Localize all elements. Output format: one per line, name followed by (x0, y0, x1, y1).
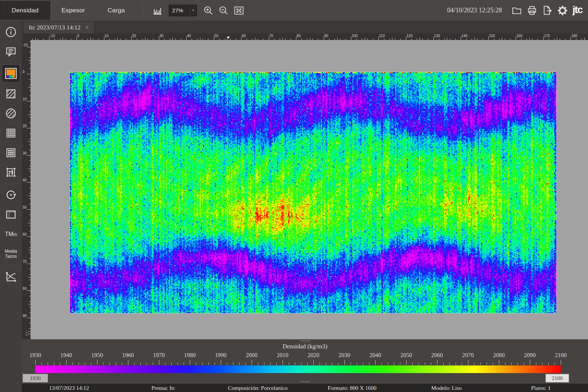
export-file-icon (541, 5, 553, 16)
grid-button[interactable] (0, 124, 22, 142)
printer-icon (526, 5, 538, 16)
tab-espesor[interactable]: Espesor (50, 1, 96, 20)
zoom-in-button[interactable] (201, 3, 216, 18)
hatched-square-icon (5, 88, 17, 100)
tab-carga-label: Carga (108, 7, 125, 14)
close-icon[interactable]: ✕ (85, 25, 89, 31)
zoom-in-icon (203, 5, 214, 16)
comments-button[interactable] (0, 43, 22, 61)
splitter-grip-top[interactable] (300, 340, 310, 341)
legend-panel: Densidad (kg/m3) 19301940195019601970198… (22, 339, 588, 384)
info-button[interactable] (0, 23, 22, 41)
density-map-icon (5, 68, 17, 79)
scale-min-input[interactable]: 1930 (23, 374, 48, 383)
legend-title: Densidad (kg/m3) (22, 343, 588, 350)
status-composicion: Composición: Porcelanico (211, 385, 305, 391)
settings-button[interactable] (555, 3, 570, 18)
sidebar-divider (3, 265, 19, 265)
fit-view-button[interactable] (231, 3, 247, 18)
main-toolbar: Densidad Espesor Carga 27% ▼ (0, 0, 588, 21)
tmm-label: TMm (5, 231, 17, 237)
curves-chart-icon (5, 271, 17, 282)
tab-densidad-label: Densidad (12, 7, 39, 14)
status-modelo: Modelo: Liso (399, 385, 494, 391)
info-icon (5, 26, 17, 38)
grid-cells-button[interactable] (0, 144, 22, 162)
histogram-icon (152, 5, 163, 16)
scale-max-input[interactable]: 2100 (545, 374, 569, 383)
tab-carga[interactable]: Carga (96, 1, 136, 20)
gear-icon (557, 5, 568, 16)
density-colorbar (35, 365, 561, 373)
status-bar: 13/07/2023 14:12 Prensa: Itc Composición… (22, 384, 588, 392)
zoom-out-button[interactable] (216, 3, 231, 18)
vertical-ruler: -100102030405060708090 (22, 40, 31, 339)
zoom-level-select[interactable]: 27% ▼ (169, 5, 197, 16)
sidebar-divider (3, 184, 19, 184)
histogram-button[interactable] (150, 3, 165, 18)
toolbar-divider (143, 4, 143, 17)
horizontal-ruler: -100102030405060708090100110120130140150… (22, 33, 588, 40)
grid-icon (5, 127, 17, 139)
zones-layout-button[interactable] (0, 163, 22, 181)
hatched-square-button[interactable] (0, 85, 22, 103)
splitter-grip-bottom[interactable] (300, 381, 310, 382)
hatched-circle-button[interactable] (0, 104, 22, 123)
fit-view-icon (233, 5, 244, 16)
hatched-circle-icon (5, 108, 17, 119)
tmm-button[interactable]: TMm (0, 225, 22, 243)
curves-chart-button[interactable] (0, 267, 22, 285)
ruler-corner (22, 33, 31, 40)
status-prensa: Prensa: Itc (116, 385, 211, 391)
density-map-view-button[interactable] (2, 65, 20, 82)
sidebar: TMm Media Tacos (0, 21, 22, 392)
status-formato: Formato: 800 X 1600 (305, 385, 400, 391)
zoom-out-icon (218, 5, 229, 16)
density-heatmap[interactable] (70, 72, 556, 313)
chevron-down-icon: ▼ (190, 5, 197, 16)
canvas-area (31, 40, 588, 339)
document-tabstrip: Itc 2023/07/13 14:12 ✕ (22, 21, 588, 33)
status-datetime: 13/07/2023 14:12 (22, 385, 116, 391)
selection-area-button[interactable] (0, 205, 22, 224)
zoom-level-value: 27% (169, 7, 190, 13)
rotate-icon (5, 189, 17, 201)
document-tab[interactable]: Itc 2023/07/13 14:12 ✕ (24, 22, 94, 33)
toolbar-datetime: 04/10/2023 12:25:28 (447, 7, 502, 14)
document-tab-title: Itc 2023/07/13 14:12 (29, 24, 81, 31)
tab-densidad[interactable]: Densidad (0, 1, 50, 20)
tab-espesor-label: Espesor (61, 7, 85, 14)
status-platos: Platos: 1 (494, 385, 588, 391)
export-button[interactable] (540, 3, 555, 18)
folder-icon (511, 5, 523, 16)
grid-cells-icon (5, 147, 17, 159)
comment-icon (5, 46, 17, 57)
selection-area-icon (5, 209, 17, 220)
print-button[interactable] (524, 3, 540, 18)
density-map-frame (70, 72, 556, 313)
jtc-logo: jtc (572, 4, 582, 16)
open-file-button[interactable] (509, 3, 524, 18)
zones-layout-icon (5, 167, 17, 178)
media-tacos-button[interactable]: Media Tacos (0, 245, 22, 263)
rotate-button[interactable] (0, 186, 22, 204)
media-tacos-label: Media Tacos (5, 249, 17, 259)
